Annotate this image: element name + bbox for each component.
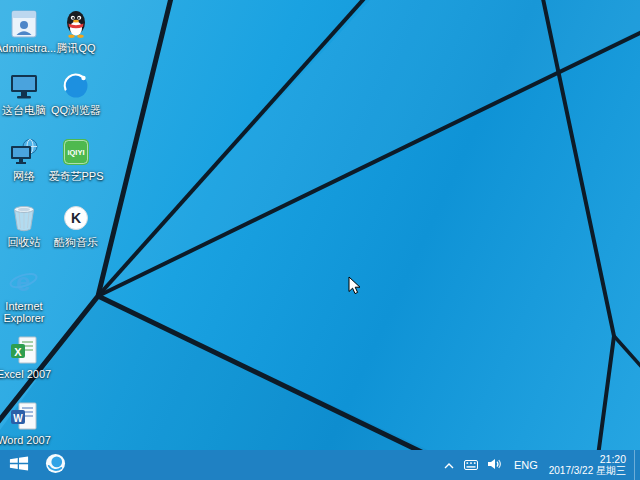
desktop-icon-network[interactable]: 网络: [0, 136, 53, 182]
desktop-icon-internet-explorer[interactable]: e Internet Explorer: [0, 266, 53, 324]
tray-date: 2017/3/22 星期三: [549, 465, 626, 477]
language-indicator[interactable]: ENG: [507, 459, 545, 471]
volume-button[interactable]: [483, 450, 507, 480]
svg-text:W: W: [13, 413, 23, 424]
hidden-icons-button[interactable]: [439, 450, 459, 480]
excel-icon: X: [8, 334, 40, 366]
desktop-icon-word-2007[interactable]: W Word 2007: [0, 400, 53, 446]
mouse-cursor: [348, 276, 361, 299]
icon-label: Word 2007: [0, 434, 53, 446]
svg-text:K: K: [71, 210, 81, 226]
desktop-icon-tencent-qq[interactable]: 腾讯QQ: [47, 8, 105, 54]
icon-label: 这台电脑: [0, 104, 53, 116]
desktop-icon-kugou-music[interactable]: K 酷狗音乐: [47, 202, 105, 248]
desktop-icon-this-pc[interactable]: 这台电脑: [0, 70, 53, 116]
icon-label: 回收站: [0, 236, 53, 248]
clock[interactable]: 21:20 2017/3/22 星期三: [545, 453, 634, 477]
icon-label: Administra...: [0, 42, 53, 54]
system-tray: ENG 21:20 2017/3/22 星期三: [439, 450, 640, 480]
taskbar-pinned-browser[interactable]: [38, 450, 72, 480]
taskbar: ENG 21:20 2017/3/22 星期三: [0, 450, 640, 480]
chevron-up-icon: [444, 456, 454, 474]
icon-label: 网络: [0, 170, 53, 182]
kugou-icon: K: [60, 202, 92, 234]
windows-logo-icon: [9, 455, 29, 476]
touch-keyboard-button[interactable]: [459, 450, 483, 480]
qq-browser-icon: [60, 70, 92, 102]
icon-label: QQ浏览器: [47, 104, 105, 116]
desktop-icon-excel-2007[interactable]: X Excel 2007: [0, 334, 53, 380]
desktop-icon-administrator[interactable]: Administra...: [0, 8, 53, 54]
icon-label: Excel 2007: [0, 368, 53, 380]
start-button[interactable]: [0, 450, 38, 480]
svg-text:X: X: [14, 346, 22, 358]
svg-text:iQIYI: iQIYI: [67, 148, 84, 157]
desktop-icon-qq-browser[interactable]: QQ浏览器: [47, 70, 105, 116]
internet-explorer-icon: e: [8, 266, 40, 298]
icon-label: 腾讯QQ: [47, 42, 105, 54]
speaker-icon: [488, 456, 502, 474]
show-desktop-button[interactable]: [634, 450, 640, 480]
icon-label: Internet Explorer: [0, 300, 53, 324]
qq-penguin-icon: [60, 8, 92, 40]
recycle-bin-icon: [8, 202, 40, 234]
iqiyi-pps-icon: iQIYI: [60, 136, 92, 168]
network-icon: [8, 136, 40, 168]
user-files-icon: [8, 8, 40, 40]
tray-time: 21:20: [549, 453, 626, 465]
desktop-icon-recycle-bin[interactable]: 回收站: [0, 202, 53, 248]
word-icon: W: [8, 400, 40, 432]
keyboard-icon: [464, 456, 478, 474]
browser-app-icon: [45, 453, 66, 478]
svg-text:e: e: [16, 267, 30, 297]
icon-label: 酷狗音乐: [47, 236, 105, 248]
desktop: Administra... 这台电脑 网络: [0, 0, 640, 480]
icon-label: 爱奇艺PPS: [47, 170, 105, 182]
desktop-icon-iqiyi-pps[interactable]: iQIYI 爱奇艺PPS: [47, 136, 105, 182]
computer-icon: [8, 70, 40, 102]
